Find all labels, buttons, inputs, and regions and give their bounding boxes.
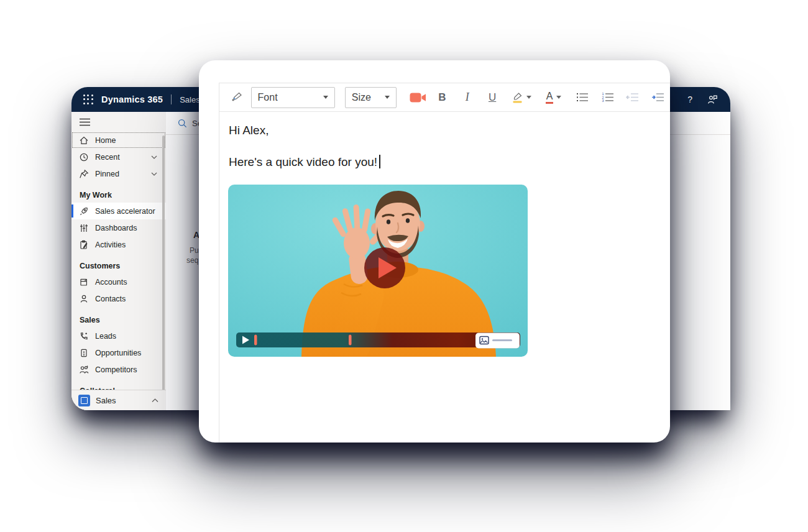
sidebar-item-dashboards[interactable]: Dashboards bbox=[71, 219, 166, 236]
section-sales: Sales bbox=[71, 313, 166, 328]
phone-icon bbox=[79, 331, 89, 341]
chevron-down-icon bbox=[526, 96, 531, 99]
sidebar-item-label: Home bbox=[95, 136, 116, 145]
numbered-list-button[interactable]: 123 bbox=[595, 93, 620, 102]
hamburger-icon[interactable] bbox=[71, 112, 166, 132]
sidebar-item-label: Contacts bbox=[95, 295, 126, 303]
sidebar-item-opportunities[interactable]: Opportunities bbox=[71, 344, 166, 361]
chevron-up-icon bbox=[152, 398, 158, 403]
sidebar-item-competitors[interactable]: Competitors bbox=[71, 361, 166, 378]
sidebar-item-label: Competitors bbox=[95, 365, 137, 374]
sidebar-item-home[interactable]: Home bbox=[71, 132, 166, 149]
email-line-2: Here's a quick video for you! bbox=[229, 155, 377, 168]
area-label: Sales bbox=[96, 396, 116, 405]
text-cursor bbox=[379, 155, 380, 168]
content-text-fragment: Pu bbox=[190, 246, 199, 255]
bullet-list-button[interactable] bbox=[570, 93, 595, 102]
font-dropdown[interactable]: Font bbox=[251, 87, 335, 108]
video-camera-icon bbox=[410, 92, 426, 103]
dashboards-icon bbox=[79, 223, 89, 233]
timeline-marker bbox=[254, 335, 257, 346]
email-composer-card: Font Size B I U bbox=[199, 60, 670, 443]
sidebar-item-pinned[interactable]: Pinned bbox=[71, 165, 166, 182]
feedback-icon[interactable] bbox=[707, 94, 718, 105]
sitemap-sidebar: Home Recent Pinned My Work Sales acceler… bbox=[71, 112, 166, 410]
section-my-work: My Work bbox=[71, 188, 166, 203]
increase-indent-button[interactable] bbox=[645, 93, 670, 102]
sidebar-item-label: Activities bbox=[95, 241, 126, 249]
opportunity-icon bbox=[79, 348, 89, 358]
email-body[interactable]: Hi Alex, Here's a quick video for you! bbox=[219, 112, 670, 181]
chevron-down-icon bbox=[385, 96, 390, 99]
sidebar-item-leads[interactable]: Leads bbox=[71, 328, 166, 344]
sidebar-scrollbar[interactable] bbox=[162, 135, 165, 393]
sidebar-item-label: Accounts bbox=[95, 278, 127, 287]
chevron-down-icon bbox=[151, 172, 157, 176]
embedded-video-player[interactable] bbox=[228, 185, 528, 357]
accounts-icon bbox=[79, 277, 89, 287]
increase-indent-icon bbox=[651, 93, 664, 102]
content-text-fragment: seq bbox=[186, 256, 198, 265]
thumbnail-button bbox=[475, 333, 520, 349]
font-dropdown-value: Font bbox=[258, 92, 278, 103]
sidebar-item-recent[interactable]: Recent bbox=[71, 149, 166, 165]
clipboard-icon bbox=[79, 240, 89, 250]
video-play-button bbox=[364, 247, 405, 288]
area-switcher[interactable]: Sales bbox=[71, 390, 166, 410]
underline-button[interactable]: U bbox=[480, 91, 505, 104]
sidebar-item-label: Pinned bbox=[95, 170, 119, 178]
numbered-list-icon: 123 bbox=[602, 93, 613, 102]
timeline-marker bbox=[349, 335, 352, 346]
sidebar-item-label: Sales accelerator bbox=[95, 207, 155, 216]
svg-text:3: 3 bbox=[602, 99, 604, 102]
font-color-button[interactable]: A bbox=[537, 91, 569, 104]
chevron-down-icon bbox=[556, 96, 561, 99]
sidebar-item-sales-accelerator[interactable]: Sales accelerator bbox=[71, 203, 166, 219]
product-title: Dynamics 365 bbox=[101, 94, 163, 104]
clock-icon bbox=[79, 152, 89, 162]
insert-video-button[interactable] bbox=[408, 92, 428, 103]
sidebar-item-contacts[interactable]: Contacts bbox=[71, 290, 166, 307]
sidebar-item-activities[interactable]: Activities bbox=[71, 236, 166, 253]
person-icon bbox=[79, 294, 89, 304]
bullet-list-icon bbox=[576, 93, 588, 102]
header-divider bbox=[171, 94, 172, 104]
chevron-down-icon bbox=[151, 155, 157, 159]
waffle-icon[interactable] bbox=[83, 94, 93, 104]
italic-button[interactable]: I bbox=[455, 91, 480, 104]
search-icon bbox=[178, 119, 187, 128]
decrease-indent-button[interactable] bbox=[620, 93, 645, 102]
editor-toolbar: Font Size B I U bbox=[219, 83, 670, 112]
size-dropdown[interactable]: Size bbox=[345, 87, 397, 108]
people-icon bbox=[79, 365, 89, 375]
font-color-letter: A bbox=[546, 91, 554, 104]
highlighter-icon bbox=[511, 91, 523, 104]
sidebar-item-label: Recent bbox=[95, 153, 120, 162]
sidebar-item-label: Opportunities bbox=[95, 349, 141, 357]
sidebar-item-label: Dashboards bbox=[95, 224, 137, 232]
app-tile-icon bbox=[78, 395, 90, 406]
chevron-down-icon bbox=[323, 96, 328, 99]
video-control-bar bbox=[236, 332, 520, 349]
section-customers: Customers bbox=[71, 259, 166, 273]
bold-button[interactable]: B bbox=[429, 91, 454, 104]
decrease-indent-icon bbox=[626, 93, 638, 102]
sidebar-item-label: Leads bbox=[95, 332, 116, 341]
email-line-1: Hi Alex, bbox=[229, 123, 661, 138]
format-painter-icon[interactable] bbox=[228, 91, 246, 104]
size-dropdown-value: Size bbox=[352, 92, 371, 103]
screenshot-stage: Dynamics 365 Sales Hub ? bbox=[0, 0, 808, 532]
rocket-icon bbox=[79, 206, 89, 216]
highlight-color-button[interactable] bbox=[505, 91, 537, 104]
help-icon[interactable]: ? bbox=[687, 94, 692, 104]
sidebar-item-accounts[interactable]: Accounts bbox=[71, 273, 166, 290]
home-icon bbox=[79, 135, 89, 145]
pin-icon bbox=[79, 169, 89, 179]
